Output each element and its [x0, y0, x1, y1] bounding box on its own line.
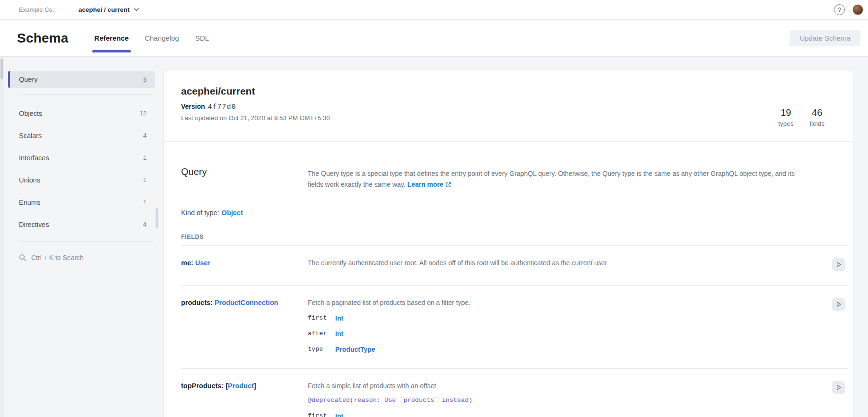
field-description: Fetch a paginated list of products based…	[308, 298, 827, 307]
schema-type-sidebar: Query 3 Objects 12 Scalars 4 Interfaces …	[8, 57, 155, 261]
sidebar-item-label: Query	[19, 76, 38, 83]
tab-reference[interactable]: Reference	[87, 20, 137, 56]
arg-type-link[interactable]: ProductType	[335, 345, 827, 354]
sidebar-item-label: Scalars	[19, 132, 42, 139]
topbar-right: ?	[834, 4, 863, 15]
field-signature: products: ProductConnection	[181, 298, 308, 354]
schema-reference-card: acephei/current Version4f77d0 Last updat…	[163, 70, 853, 417]
type-head: Query	[181, 142, 308, 191]
sidebar-item-count: 4	[143, 221, 147, 228]
sidebar-item-enums[interactable]: Enums 1	[8, 191, 155, 213]
page-title: Schema	[17, 31, 69, 46]
update-schema-button[interactable]: Update Schema	[790, 30, 860, 46]
field-signature: topProducts: [Product]	[181, 381, 308, 417]
sidebar-item-label: Directives	[19, 221, 49, 228]
sidebar-item-count: 4	[143, 132, 147, 139]
left-scrollbar-track[interactable]	[0, 57, 4, 417]
type-description: The Query type is a special type that de…	[308, 142, 827, 191]
graph-selector[interactable]: acephei / current	[78, 6, 139, 13]
version-label: Version	[181, 103, 205, 110]
stat-fields: 46 fields	[809, 107, 825, 127]
stat-value: 19	[778, 107, 793, 118]
arg-type-link[interactable]: Int	[335, 411, 827, 417]
stat-types: 19 types	[778, 107, 793, 127]
org-label: Example Co.:	[19, 6, 56, 13]
deprecated-annotation: @deprecated(reason: Use `products` inste…	[308, 396, 827, 405]
stat-label: fields	[809, 120, 825, 127]
content-area: Query 3 Objects 12 Scalars 4 Interfaces …	[0, 57, 868, 417]
run-in-explorer-button[interactable]	[832, 258, 845, 271]
stat-value: 46	[809, 107, 825, 118]
apollo-studio-schema-page: Example Co.: acephei / current ? Schema …	[0, 0, 868, 417]
sidebar-item-query[interactable]: Query 3	[8, 71, 155, 88]
field-signature: me: User	[181, 258, 308, 271]
field-type-link[interactable]: ProductConnection	[215, 299, 278, 306]
tab-changelog[interactable]: Changelog	[137, 20, 187, 56]
field-type-link[interactable]: User	[195, 259, 210, 267]
play-icon	[834, 300, 842, 308]
last-updated: Last updated on Oct 21, 2020 at 9:53 PM …	[181, 114, 330, 122]
field-details: The currently authenticated user root. A…	[308, 258, 827, 271]
field-arg-type: type ProductType	[308, 345, 827, 354]
schema-header-left: acephei/current Version4f77d0 Last updat…	[181, 86, 330, 122]
sidebar-item-interfaces[interactable]: Interfaces 1	[8, 147, 155, 169]
sidebar-item-count: 1	[143, 154, 147, 161]
fields-section-label: FIELDS	[181, 234, 848, 240]
kind-label: Kind of type:	[181, 209, 219, 217]
field-row-me: me: User The currently authenticated use…	[181, 245, 848, 285]
field-details: Fetch a paginated list of products based…	[308, 298, 827, 354]
field-type-link[interactable]: Product	[228, 382, 254, 390]
run-in-explorer-button[interactable]	[832, 381, 845, 394]
field-details: Fetch a simple list of products with an …	[308, 381, 827, 417]
left-scrollbar-thumb[interactable]	[0, 59, 3, 79]
field-arg-first: first Int	[308, 313, 827, 323]
arg-name: first	[308, 313, 335, 323]
sidebar-item-label: Enums	[19, 199, 40, 206]
kind-link[interactable]: Object	[222, 209, 243, 217]
search-icon	[19, 254, 26, 261]
sidebar-item-directives[interactable]: Directives 4	[8, 213, 155, 235]
field-arg-after: after Int	[308, 329, 827, 339]
chevron-down-icon	[134, 8, 139, 11]
type-name: Query	[181, 166, 308, 177]
arg-name: type	[308, 345, 335, 354]
kind-of-type: Kind of type:Object	[181, 209, 848, 217]
graph-name: acephei / current	[78, 6, 130, 13]
arg-type-link[interactable]: Int	[335, 313, 827, 323]
type-doc-query: Query The Query type is a special type t…	[164, 142, 853, 417]
sidebar-item-label: Objects	[19, 110, 42, 117]
fields-list: me: User The currently authenticated use…	[181, 245, 848, 417]
external-link-icon	[445, 180, 451, 191]
learn-more-link[interactable]: Learn more	[408, 181, 443, 188]
field-name: me:	[181, 259, 193, 267]
sidebar-divider	[19, 241, 153, 242]
play-icon	[834, 261, 842, 269]
field-description: Fetch a simple list of products with an …	[308, 381, 827, 391]
field-row-products: products: ProductConnection Fetch a pagi…	[181, 285, 848, 368]
version-hash: 4f77d0	[208, 103, 236, 111]
sidebar-item-count: 1	[143, 176, 147, 183]
type-doc-head: Query The Query type is a special type t…	[181, 142, 848, 191]
sidebar-search[interactable]: Ctrl + K to Search	[19, 254, 155, 261]
sidebar-item-objects[interactable]: Objects 12	[8, 102, 155, 124]
arg-type-link[interactable]: Int	[335, 329, 827, 339]
sidebar-divider	[19, 94, 153, 95]
run-in-explorer-button[interactable]	[832, 298, 845, 311]
schema-stats: 19 types 46 fields	[778, 107, 825, 127]
tab-sdl[interactable]: SDL	[187, 20, 217, 56]
sidebar-item-label: Unions	[19, 176, 40, 184]
avatar[interactable]	[852, 4, 863, 15]
tabs: ReferenceChangelogSDL	[87, 20, 217, 56]
field-name: topProducts:	[181, 382, 224, 390]
sidebar-item-unions[interactable]: Unions 1	[8, 169, 155, 191]
sidebar-item-count: 3	[143, 76, 147, 83]
stat-label: types	[778, 120, 793, 127]
sidebar-item-count: 12	[139, 110, 147, 117]
field-arg-first: first Int	[308, 411, 827, 417]
sidebar-item-scalars[interactable]: Scalars 4	[8, 124, 155, 147]
page-header: Schema ReferenceChangelogSDL Update Sche…	[0, 20, 868, 57]
help-icon[interactable]: ?	[834, 4, 845, 15]
sidebar-scrollbar-thumb[interactable]	[156, 208, 158, 228]
type-description-text: The Query type is a special type that de…	[308, 170, 795, 188]
search-hint: Ctrl + K to Search	[31, 254, 84, 261]
